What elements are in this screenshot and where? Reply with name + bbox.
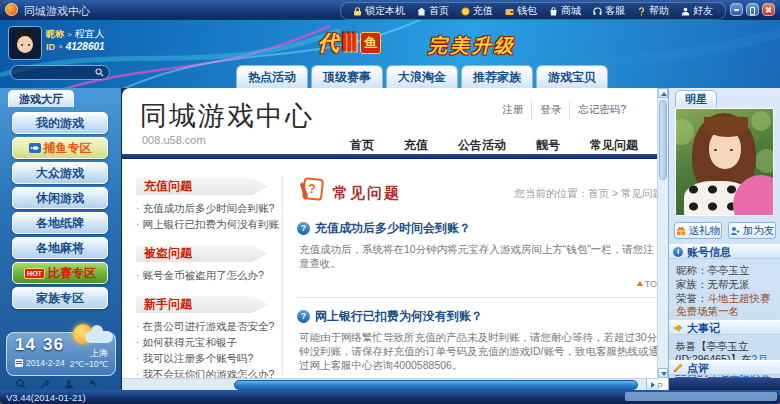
section-milestones: 大事记 <box>669 320 780 335</box>
vertical-scrollbar[interactable] <box>657 88 668 378</box>
faq-nav-link[interactable]: 网上银行已扣费为何没有到账 <box>136 216 268 232</box>
tab-recommended-families[interactable]: 推荐家族 <box>461 65 533 88</box>
faq-nav-link[interactable]: 如何获得元宝和银子 <box>136 334 268 350</box>
faq-nav-link[interactable]: 充值成功后多少时间会到账? <box>136 200 268 216</box>
toolbar-lock-machine[interactable]: 锁定本机 <box>353 4 405 18</box>
sidebar-item-my-games[interactable]: 我的游戏 <box>12 112 108 134</box>
clock-time: 1436 <box>15 335 64 355</box>
maximize-button[interactable] <box>746 3 759 16</box>
star-nickname: 昵称：亭亭玉立 <box>676 264 750 278</box>
fish-icon <box>29 143 41 153</box>
tab-game-babes[interactable]: 游戏宝贝 <box>536 65 608 88</box>
pencil-icon <box>673 363 683 373</box>
lock-icon <box>353 7 362 16</box>
headset-icon <box>593 7 602 16</box>
up-arrow-icon <box>637 281 643 286</box>
nickname-value: 程宜人 <box>75 27 105 41</box>
tab-gold-rush[interactable]: 大浪淘金 <box>386 65 458 88</box>
calendar-icon <box>15 359 23 367</box>
sidebar-item-regional-cards[interactable]: 各地纸牌 <box>12 212 108 234</box>
sidebar-item-popular-games[interactable]: 大众游戏 <box>12 162 108 184</box>
tab-game-hall[interactable]: 游戏大厅 <box>8 90 74 107</box>
tools-icon[interactable] <box>40 379 50 389</box>
window-title: 同城游戏中心 <box>24 4 90 19</box>
game-hall-sidebar: 游戏大厅 我的游戏 捕鱼专区 大众游戏 休闲游戏 各地纸牌 各地麻将 HOT 比… <box>0 88 122 390</box>
add-friend-button[interactable]: 加为友 <box>728 222 776 239</box>
close-button[interactable] <box>762 3 775 16</box>
info-icon: i <box>673 247 683 257</box>
login-link[interactable]: 登录 <box>531 101 569 119</box>
tab-star[interactable]: 明星 <box>675 90 717 107</box>
toolbar-service[interactable]: 客服 <box>593 4 625 18</box>
star-honor: 荣誉：斗地主超快赛免费场第一名 <box>676 292 776 317</box>
megaphone-icon <box>673 323 683 333</box>
person-tool-icon[interactable] <box>64 379 74 389</box>
sidebar-item-family-zone[interactable]: 家族专区 <box>12 287 108 309</box>
nav-home[interactable]: 首页 <box>350 137 374 154</box>
add-friend-icon <box>730 226 740 236</box>
sidebar-item-fishing-zone[interactable]: 捕鱼专区 <box>12 137 108 159</box>
embedded-webpage: 同城游戏中心 008.u58.com 注册 登录 忘记密码? 首页 充值 公告活… <box>122 88 668 390</box>
sidebar-item-competition-zone[interactable]: HOT 比赛专区 <box>12 262 108 284</box>
scroll-right-button[interactable] <box>646 379 658 390</box>
nav-faq[interactable]: 常见问题 <box>590 137 638 154</box>
forgot-password-link[interactable]: 忘记密码? <box>569 101 634 119</box>
toolbar-help[interactable]: 帮助 <box>637 4 669 18</box>
category-newbie-issues: 新手问题 <box>136 296 268 313</box>
user-avatar[interactable] <box>8 26 42 60</box>
breadcrumb: 您当前的位置：首页 > 常见问题 <box>515 187 663 201</box>
nickname-label: 昵称 <box>46 28 64 41</box>
content-tabs: 热点活动 顶级赛事 大浪淘金 推荐家族 游戏宝贝 <box>236 64 608 88</box>
divider <box>297 297 663 298</box>
send-gift-button[interactable]: 送礼物 <box>674 222 722 239</box>
section-account-info: i 账号信息 <box>669 244 780 259</box>
sidebar-item-regional-mahjong[interactable]: 各地麻将 <box>12 237 108 259</box>
status-bar: V3.44(2014-01-21) <box>0 390 780 404</box>
hot-badge: HOT <box>24 268 45 279</box>
faq-book-icon: ? <box>297 176 325 204</box>
register-link[interactable]: 注册 <box>494 101 531 119</box>
question-1: ? 充值成功后多少时间会到账？ <box>297 220 663 237</box>
gift-icon <box>676 226 686 236</box>
scroll-down-button[interactable] <box>658 368 668 378</box>
site-title: 同城游戏中心 <box>140 98 314 134</box>
star-actions: 送礼物 加为友 <box>674 222 776 239</box>
question-icon <box>637 7 646 16</box>
horizontal-scrollbar[interactable] <box>122 378 658 390</box>
minimize-button[interactable] <box>730 3 743 16</box>
answer-2: 可能由于网络繁忙导致所充值的产品未及时到账，请您耐心等待，若超过30分钟没到账，… <box>299 330 663 372</box>
status-bar-segment <box>625 392 777 401</box>
search-icon[interactable] <box>95 68 104 77</box>
horizontal-scroll-thumb[interactable] <box>234 380 638 390</box>
sidebar-item-casual-games[interactable]: 休闲游戏 <box>12 187 108 209</box>
svg-text:?: ? <box>308 182 315 196</box>
search-box[interactable] <box>10 65 110 80</box>
toolbar-recharge[interactable]: 充值 <box>461 4 493 18</box>
person-icon <box>681 7 690 16</box>
search-input[interactable] <box>19 67 93 80</box>
tab-hot-activities[interactable]: 热点活动 <box>236 65 308 88</box>
faq-nav-link[interactable]: 在贵公司进行游戏是否安全? <box>136 318 268 334</box>
faq-nav-link[interactable]: 账号金币被盗用了怎么办? <box>136 267 268 283</box>
scroll-up-button[interactable] <box>658 88 668 98</box>
nav-recharge[interactable]: 充值 <box>404 137 428 154</box>
back-arrow-icon[interactable] <box>88 379 98 389</box>
site-nav: 首页 充值 公告活动 靓号 常见问题 <box>350 137 638 154</box>
toolbar-home[interactable]: 首页 <box>417 4 449 18</box>
window-controls <box>730 3 775 16</box>
toolbar-wallet[interactable]: 钱包 <box>505 4 537 18</box>
clock-weather-widget[interactable]: 1436 2014-2-24 上海 2℃~10℃ <box>6 332 116 376</box>
faq-nav-link[interactable]: 我可以注册多个账号吗? <box>136 350 268 366</box>
toolbar-mall[interactable]: 商城 <box>549 4 581 18</box>
nav-announcements[interactable]: 公告活动 <box>458 137 506 154</box>
vertical-scroll-thumb[interactable] <box>659 100 667 180</box>
panel-bottom-shade <box>669 378 780 390</box>
app-logo-icon <box>5 3 18 16</box>
promo-logo: 代 Ⅲ 鱼 <box>318 28 381 57</box>
tab-top-tournaments[interactable]: 顶级赛事 <box>311 65 383 88</box>
magnifier-icon[interactable] <box>16 379 26 389</box>
toolbar-friends[interactable]: 好友 <box>681 4 713 18</box>
wallet-icon <box>505 7 514 16</box>
clock-date: 2014-2-24 <box>15 358 65 368</box>
nav-vanity-numbers[interactable]: 靓号 <box>536 137 560 154</box>
